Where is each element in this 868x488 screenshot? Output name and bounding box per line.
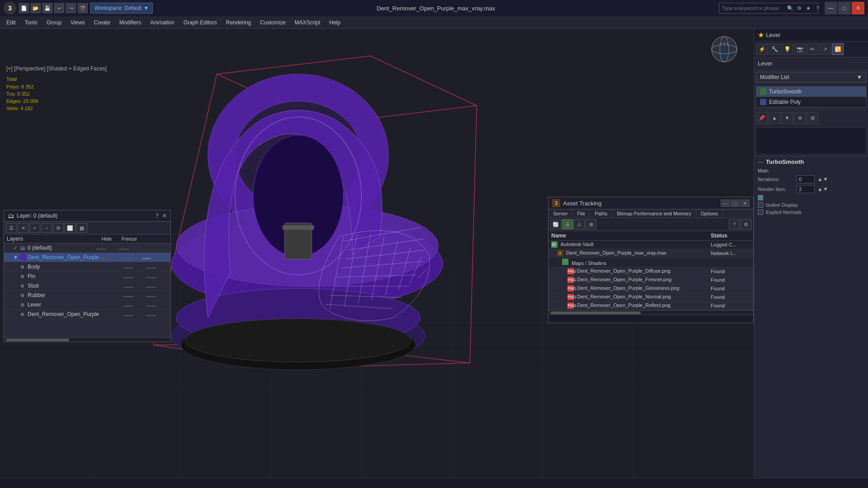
layer-row-pin[interactable]: ⚙ Pin xyxy=(4,272,170,281)
layer-row-stud[interactable]: ⚙ Stud xyxy=(4,281,170,291)
png-reflect-icon: PNG xyxy=(568,302,574,309)
open-btn[interactable]: 📂 xyxy=(31,3,41,13)
asset-menu-paths[interactable]: Paths xyxy=(590,209,612,218)
asset-menu-server[interactable]: Server xyxy=(549,209,572,218)
asset-status-maps xyxy=(708,258,753,267)
asset-scrollbar[interactable] xyxy=(549,310,753,315)
layers-btn-select-layer[interactable]: ▦ xyxy=(76,223,87,233)
layers-scrollbar-thumb[interactable] xyxy=(6,339,69,341)
asset-row-diffuse[interactable]: PNG Dent_Remover_Open_Purple_Diffuse.png… xyxy=(549,267,753,276)
workspace-btn[interactable]: Workspace: Default ▼ xyxy=(90,3,153,14)
panel-icon6[interactable]: ↗ xyxy=(819,43,831,55)
layer-row-lever[interactable]: ⚙ Lever xyxy=(4,300,170,310)
explicit-normals-checkbox[interactable] xyxy=(758,209,763,215)
mod-ctrl-pin[interactable]: 📌 xyxy=(756,112,768,124)
mod-ctrl-copy[interactable]: ⊕ xyxy=(794,112,806,124)
menu-rendering[interactable]: Rendering xyxy=(221,18,255,28)
menu-group[interactable]: Group xyxy=(42,18,66,28)
iterations-input[interactable] xyxy=(797,175,815,183)
menu-help[interactable]: Help xyxy=(325,18,345,28)
modifier-list-btn[interactable]: Modifier List ▼ xyxy=(756,72,866,83)
asset-row-glossiness[interactable]: PNG Dent_Remover_Open_Purple_Glossiness.… xyxy=(549,284,753,293)
menu-views[interactable]: Views xyxy=(66,18,89,28)
mod-ctrl-move-up[interactable]: ▲ xyxy=(769,112,780,124)
asset-menu-bitmap[interactable]: Bitmap Performance and Memory xyxy=(612,209,696,218)
menu-edit[interactable]: Edit xyxy=(2,18,20,28)
menu-customize[interactable]: Customize xyxy=(255,18,290,28)
asset-row-maps[interactable]: Maps / Shaders xyxy=(549,258,753,267)
search-submit-icon[interactable]: 🔍 xyxy=(786,4,794,12)
search-help-icon[interactable]: ? xyxy=(813,4,821,12)
render-iters-checkbox[interactable] xyxy=(758,195,763,200)
asset-menu-options[interactable]: Options xyxy=(696,209,723,218)
asset-btn-table[interactable]: ⊞ xyxy=(586,219,596,229)
menu-modifiers[interactable]: Modifiers xyxy=(115,18,146,28)
undo-btn[interactable]: ↩ xyxy=(54,3,64,13)
panel-icon4[interactable]: 📷 xyxy=(794,43,806,55)
search-input[interactable] xyxy=(722,5,784,11)
render-setup-btn[interactable]: 🎬 xyxy=(78,3,88,13)
asset-row-vault[interactable]: 🏛 Autodesk Vault Logged C... xyxy=(549,241,753,249)
asset-menu-file[interactable]: File xyxy=(572,209,590,218)
layers-btn-select-objs[interactable]: ⬜ xyxy=(65,223,75,233)
layer-row-body[interactable]: ⚙ Body xyxy=(4,262,170,272)
viewport-label-text: [+] [Perspective] [Shaded + Edged Faces] xyxy=(6,65,107,72)
iterations-spinner[interactable]: ▲▼ xyxy=(817,176,828,182)
asset-min-btn[interactable]: — xyxy=(721,200,730,207)
menu-graph-editors[interactable]: Graph Editors xyxy=(179,18,221,28)
asset-row-max-file[interactable]: 3 Dent_Remover_Open_Purple_max_vray.max … xyxy=(549,249,753,258)
panel-icon1[interactable]: ⚡ xyxy=(756,43,768,55)
asset-row-reflect[interactable]: PNG Dent_Remover_Open_Purple_Reflect.png… xyxy=(549,302,753,310)
rotation-gizmo[interactable]: 1:1:1 xyxy=(708,33,740,65)
new-file-btn[interactable]: 📄 xyxy=(19,3,29,13)
layers-help-btn[interactable]: ? xyxy=(155,213,159,219)
ts-collapse-btn[interactable]: — xyxy=(758,159,763,165)
layers-btn-layer-props[interactable]: ⚙ xyxy=(53,223,64,233)
layers-btn-select-all[interactable]: ☰ xyxy=(6,223,17,233)
layer-row-default[interactable]: ✓ 🗂 0 (default) xyxy=(4,243,170,253)
mod-ctrl-paste[interactable]: ⊞ xyxy=(807,112,818,124)
save-btn[interactable]: 💾 xyxy=(42,3,52,13)
minimize-btn[interactable]: — xyxy=(825,2,837,14)
menu-animation[interactable]: Animation xyxy=(146,18,179,28)
mod-ctrl-move-down[interactable]: ▼ xyxy=(781,112,793,124)
search-star-icon[interactable]: ★ xyxy=(804,4,812,12)
modifier-turbosmooth[interactable]: TurboSmooth xyxy=(756,87,866,97)
modifier-editablepoly[interactable]: Editable Poly xyxy=(756,97,866,107)
asset-row-fresnel[interactable]: PNG Dent_Remover_Open_Purple_Fresnel.png… xyxy=(549,276,753,284)
panel-icon3[interactable]: 💡 xyxy=(781,43,793,55)
svg-line-19 xyxy=(154,345,307,367)
menu-tools[interactable]: Tools xyxy=(20,18,42,28)
layers-btn-delete[interactable]: ✕ xyxy=(18,223,28,233)
layers-close-btn[interactable]: ✕ xyxy=(162,213,167,219)
layer-hide-body xyxy=(123,265,146,269)
asset-max-btn[interactable]: □ xyxy=(731,200,740,207)
layer-expand-dent[interactable]: ▼ xyxy=(13,254,19,260)
panel-icon7-active[interactable]: 🔁 xyxy=(832,43,844,55)
asset-btn-list[interactable]: ☰ xyxy=(562,219,573,229)
redo-btn[interactable]: ↪ xyxy=(66,3,76,13)
layers-scrollbar[interactable] xyxy=(4,337,170,342)
close-btn[interactable]: ✕ xyxy=(852,2,864,14)
layer-row-dent-remover[interactable]: ▼ Dent_Remover_Open_Purple xyxy=(4,253,170,262)
asset-btn-missing[interactable]: ⚠ xyxy=(574,219,585,229)
asset-row-normal[interactable]: PNG Dent_Remover_Open_Purple_Normal.png … xyxy=(549,293,753,302)
layer-row-dent-obj[interactable]: ⚙ Dent_Remover_Open_Purple xyxy=(4,310,170,319)
search-option1-icon[interactable]: ⚙ xyxy=(795,4,803,12)
asset-scrollbar-thumb[interactable] xyxy=(550,311,641,314)
layers-btn-move-to-layer[interactable]: → xyxy=(41,223,52,233)
maximize-btn[interactable]: □ xyxy=(838,2,851,14)
asset-btn-help[interactable]: ? xyxy=(729,219,740,229)
menu-create[interactable]: Create xyxy=(89,18,115,28)
render-iters-input[interactable] xyxy=(797,185,815,193)
panel-icon2[interactable]: 🔧 xyxy=(769,43,780,55)
asset-close-btn[interactable]: ✕ xyxy=(741,200,750,207)
menu-maxscript[interactable]: MAXScript xyxy=(290,18,325,28)
asset-btn-refresh[interactable]: 🔄 xyxy=(550,219,561,229)
panel-icon5[interactable]: ✏ xyxy=(807,43,818,55)
asset-btn-settings[interactable]: ⚙ xyxy=(741,219,751,229)
render-iters-spinner[interactable]: ▲▼ xyxy=(817,186,828,192)
layer-row-rubber[interactable]: ⚙ Rubber xyxy=(4,291,170,300)
layers-btn-add[interactable]: + xyxy=(29,223,40,233)
isoline-checkbox[interactable] xyxy=(758,202,763,208)
